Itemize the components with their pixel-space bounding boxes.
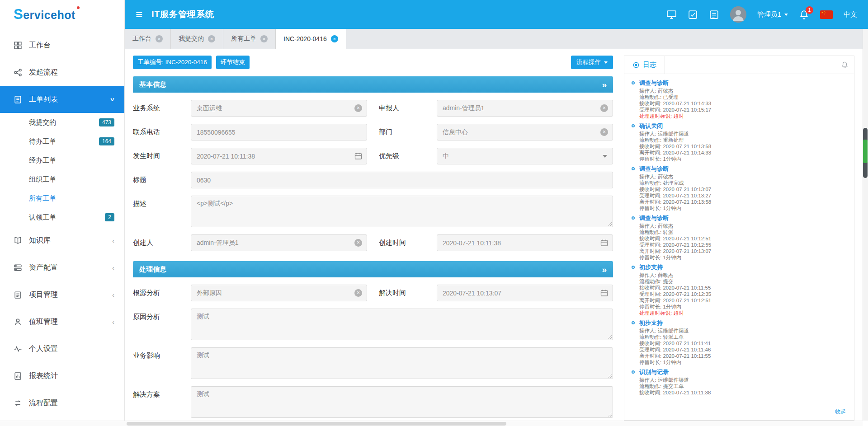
sidebar-subitem-pending[interactable]: 待办工单 164 bbox=[0, 132, 124, 151]
close-icon[interactable] bbox=[331, 35, 338, 42]
chevron-left-icon: ‹ bbox=[112, 237, 114, 244]
process-action-button[interactable]: 流程操作 bbox=[571, 56, 613, 69]
log-entry-line: 操作人: 运维邮件渠道 bbox=[639, 131, 847, 137]
log-entry-title[interactable]: 识别与记录 bbox=[639, 369, 847, 376]
cause-analysis-textarea[interactable]: 测试 bbox=[191, 309, 613, 340]
tab-label: INC-2020-0416 bbox=[283, 35, 327, 42]
open-tabs-bar: 工作台 我提交的 所有工单 INC-2020-0416 bbox=[125, 29, 868, 49]
phone-input[interactable]: 18550096655 bbox=[191, 124, 367, 140]
root-cause-input[interactable]: 外部原因 bbox=[191, 285, 367, 301]
log-entry-line: 接收时间: 2020-07-21 10:11:38 bbox=[639, 389, 847, 396]
sidebar-subitem-organization[interactable]: 组织工单 bbox=[0, 170, 124, 189]
notification-bell[interactable]: 1 bbox=[799, 9, 809, 20]
stage-status-chip: 环节结束 bbox=[216, 56, 250, 69]
collapse-section-icon[interactable] bbox=[602, 265, 607, 274]
close-icon[interactable] bbox=[260, 35, 268, 42]
processing-info-section-header[interactable]: 处理信息 bbox=[133, 261, 613, 277]
horizontal-scroll-thumb[interactable] bbox=[127, 422, 506, 426]
chevron-down-icon[interactable] bbox=[603, 155, 607, 160]
log-card: 日志 调查与诊断 操作人: 薛敬杰 流程动作: 已受理 接收时间: 2020-0… bbox=[624, 56, 854, 421]
sidebar-item-project-management[interactable]: 项目管理 ‹ bbox=[0, 281, 124, 308]
calendar-icon[interactable] bbox=[600, 239, 608, 247]
sidebar-subitem-all-orders[interactable]: 所有工单 bbox=[0, 189, 124, 208]
avatar[interactable] bbox=[730, 6, 746, 23]
department-input[interactable]: 信息中心 bbox=[437, 124, 613, 140]
clear-icon[interactable] bbox=[600, 104, 608, 112]
sidebar-item-asset-config[interactable]: 资产配置 ‹ bbox=[0, 254, 124, 281]
solution-textarea[interactable]: 测试 bbox=[191, 386, 613, 418]
chevron-left-icon: ‹ bbox=[112, 318, 114, 325]
sidebar-item-process-config[interactable]: 流程配置 bbox=[0, 389, 124, 417]
tab-order-detail[interactable]: INC-2020-0416 bbox=[276, 29, 346, 49]
sidebar-item-order-list[interactable]: 工单列表 ∨ bbox=[0, 86, 124, 113]
user-menu[interactable]: 管理员1 bbox=[757, 10, 788, 19]
log-notify-icon[interactable] bbox=[835, 56, 854, 74]
floating-scroll-widget[interactable] bbox=[863, 128, 868, 178]
tab-label: 所有工单 bbox=[231, 35, 256, 43]
close-icon[interactable] bbox=[156, 35, 163, 42]
clear-icon[interactable] bbox=[354, 239, 362, 247]
clear-icon[interactable] bbox=[354, 289, 362, 297]
sidebar-item-duty-management[interactable]: 值班管理 ‹ bbox=[0, 308, 124, 335]
log-timeline: 调查与诊断 操作人: 薛敬杰 流程动作: 已受理 接收时间: 2020-07-2… bbox=[624, 74, 854, 420]
sidebar-subitem-claim[interactable]: 认领工单 2 bbox=[0, 208, 124, 227]
log-entry-title[interactable]: 调查与诊断 bbox=[639, 80, 847, 87]
tab-workbench[interactable]: 工作台 bbox=[125, 29, 171, 49]
log-entry-title[interactable]: 初步支持 bbox=[639, 264, 847, 271]
description-textarea[interactable]: <p>测试</p> bbox=[191, 196, 613, 227]
sidebar-item-label: 工单列表 bbox=[29, 95, 58, 104]
creator-input[interactable]: admin-管理员1 bbox=[191, 234, 367, 251]
priority-select[interactable]: 中 bbox=[437, 148, 613, 164]
field-label: 申报人 bbox=[379, 100, 437, 117]
calendar-icon[interactable] bbox=[600, 289, 608, 297]
business-impact-textarea[interactable]: 测试 bbox=[191, 347, 613, 379]
sidebar-subitem-my-submitted[interactable]: 我提交的 473 bbox=[0, 113, 124, 132]
china-flag-icon[interactable] bbox=[820, 10, 833, 19]
basic-info-section-header[interactable]: 基本信息 bbox=[133, 76, 613, 93]
field-label: 根源分析 bbox=[133, 285, 191, 301]
tab-all-orders[interactable]: 所有工单 bbox=[223, 29, 276, 49]
log-entry-line: 受理时间: 2020-07-21 10:11:46 bbox=[639, 346, 847, 353]
collapse-section-icon[interactable] bbox=[602, 80, 607, 89]
eye-icon bbox=[632, 61, 640, 69]
reporter-input[interactable]: admin-管理员1 bbox=[437, 100, 613, 117]
scroll-thumb-green[interactable] bbox=[863, 140, 868, 163]
horizontal-scrollbar[interactable] bbox=[0, 421, 863, 426]
brand-logo[interactable]: Servicehot bbox=[0, 0, 124, 29]
vertical-scrollbar[interactable] bbox=[863, 29, 868, 421]
monitor-icon[interactable] bbox=[666, 9, 677, 20]
menu-icon[interactable] bbox=[136, 9, 142, 20]
log-entry-line: 操作人: 薛敬杰 bbox=[639, 272, 847, 278]
title-input[interactable]: 0630 bbox=[191, 172, 613, 188]
sidebar-item-initiate-flow[interactable]: 发起流程 bbox=[0, 59, 124, 86]
log-entry-title[interactable]: 确认关闭 bbox=[639, 122, 847, 130]
approval-card-icon[interactable] bbox=[709, 9, 719, 20]
sidebar-item-report-statistics[interactable]: 报表统计 bbox=[0, 362, 124, 389]
calendar-icon[interactable] bbox=[354, 152, 362, 160]
occur-time-input[interactable]: 2020-07-21 10:11:38 bbox=[191, 148, 367, 164]
sidebar-subitem-handled[interactable]: 经办工单 bbox=[0, 151, 124, 170]
sidebar-item-workbench[interactable]: 工作台 bbox=[0, 32, 124, 59]
resolve-time-input[interactable]: 2020-07-21 10:13:07 bbox=[437, 285, 613, 301]
log-entry-line: 流程动作: 转派 bbox=[639, 229, 847, 235]
process-action-label: 流程操作 bbox=[576, 58, 601, 66]
sidebar-item-personal-settings[interactable]: 个人设置 bbox=[0, 335, 124, 362]
sidebar-item-label: 资产配置 bbox=[29, 263, 58, 272]
timeline-dot-icon bbox=[632, 167, 635, 170]
biz-system-input[interactable]: 桌面运维 bbox=[191, 100, 367, 117]
language-toggle[interactable]: 中文 bbox=[844, 10, 857, 19]
clear-icon[interactable] bbox=[354, 104, 362, 112]
log-collapse-link[interactable]: 收起 bbox=[632, 406, 847, 417]
sidebar-item-knowledge-base[interactable]: 知识库 ‹ bbox=[0, 227, 124, 254]
log-entry-title[interactable]: 调查与诊断 bbox=[639, 215, 847, 222]
tab-my-submitted[interactable]: 我提交的 bbox=[171, 29, 223, 49]
sidebar-nav: 工作台 发起流程 工单列表 ∨ 我提交的 473 待办工单 164 bbox=[0, 29, 124, 426]
close-icon[interactable] bbox=[208, 35, 215, 42]
log-entry-title[interactable]: 初步支持 bbox=[639, 319, 847, 327]
clear-icon[interactable] bbox=[600, 128, 608, 136]
create-time-input[interactable]: 2020-07-21 10:11:38 bbox=[437, 234, 613, 251]
log-entry-title[interactable]: 调查与诊断 bbox=[639, 165, 847, 173]
task-check-icon[interactable] bbox=[688, 9, 698, 20]
tab-log[interactable]: 日志 bbox=[624, 56, 665, 74]
timeline-dot-icon bbox=[632, 321, 635, 324]
